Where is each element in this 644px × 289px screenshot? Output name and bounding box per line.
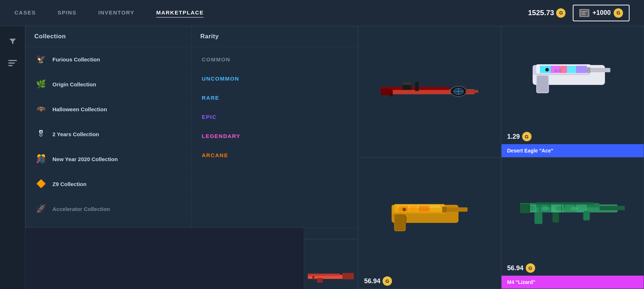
- item-card-sniper[interactable]: [358, 26, 501, 158]
- z9-icon: 🔶: [34, 177, 47, 190]
- collection-item-newyear[interactable]: 🎊 New Year 2020 Collection: [26, 147, 191, 172]
- bonus-gold-icon: G: [614, 8, 623, 18]
- svg-rect-3: [581, 14, 586, 15]
- svg-rect-78: [553, 212, 559, 223]
- svg-marker-4: [9, 39, 16, 44]
- nav-links: CASES SPINS INVENTORY MARKETPLACE: [14, 8, 528, 18]
- bonus-icon: [579, 9, 589, 17]
- origin-icon: 🌿: [34, 78, 47, 91]
- collection-item-origin[interactable]: 🌿 Origin Collection: [26, 72, 191, 97]
- item-card-gold-pistol[interactable]: 56.94 G: [358, 158, 501, 289]
- furious-icon: 🦅: [34, 53, 47, 66]
- svg-point-62: [402, 208, 406, 211]
- svg-rect-58: [419, 206, 430, 211]
- svg-rect-21: [308, 275, 349, 279]
- item-goldpistol-currency: G: [383, 276, 392, 286]
- collection-item-halloween[interactable]: 🦇 Halloween Collection: [26, 97, 191, 122]
- dropdown-header: Collection Rarity: [26, 26, 358, 47]
- svg-point-49: [545, 68, 549, 72]
- bonus-label: +1000: [592, 9, 611, 17]
- collection-list: 🦅 Furious Collection 🌿 Origin Collection…: [26, 47, 192, 228]
- filter-icon[interactable]: [8, 37, 17, 46]
- svg-rect-48: [537, 76, 548, 92]
- svg-rect-76: [600, 206, 625, 210]
- accelerator-icon: 🚀: [34, 202, 47, 215]
- z9-label: Z9 Collection: [52, 181, 86, 187]
- rarity-common[interactable]: COMMON: [192, 50, 358, 69]
- item-goldpistol-bottom: 56.94 G: [358, 273, 501, 289]
- origin-label: Origin Collection: [52, 81, 96, 87]
- svg-point-74: [571, 206, 578, 211]
- svg-rect-75: [520, 204, 530, 213]
- svg-rect-79: [583, 211, 590, 220]
- balance-display: 1525.73 G: [528, 8, 566, 18]
- svg-rect-25: [312, 276, 314, 280]
- dino-partial-icon: [306, 263, 356, 289]
- main-content: Collection Rarity 🦅 Furious Collection 🌿…: [0, 26, 644, 289]
- dropdown-body: 🦅 Furious Collection 🌿 Origin Collection…: [26, 47, 358, 228]
- svg-rect-35: [466, 90, 478, 93]
- nav-spins[interactable]: SPINS: [57, 8, 77, 18]
- svg-rect-45: [576, 66, 587, 73]
- rarity-rare[interactable]: RARE: [192, 88, 358, 107]
- nav-marketplace[interactable]: MARKETPLACE: [156, 8, 204, 18]
- nav-cases[interactable]: CASES: [14, 8, 36, 18]
- item-goldpistol-price: 56.94 G: [358, 273, 501, 289]
- svg-point-72: [542, 206, 549, 211]
- svg-rect-77: [534, 212, 542, 224]
- svg-rect-57: [410, 206, 417, 211]
- gold-pistol-icon: [386, 196, 473, 236]
- collection-item-2years[interactable]: 🎖 2 Years Collection: [26, 122, 191, 147]
- collection-header: Collection: [26, 26, 192, 47]
- item-deagle-bottom: 1.29 G Desert Eagle "Ace": [502, 129, 644, 157]
- svg-rect-6: [8, 62, 15, 64]
- svg-rect-7: [8, 65, 13, 66]
- svg-rect-61: [395, 215, 405, 230]
- svg-rect-5: [8, 60, 17, 61]
- svg-rect-50: [587, 67, 590, 73]
- bonus-button[interactable]: +1000 G: [573, 5, 630, 21]
- svg-rect-63: [442, 207, 447, 212]
- nav-right: 1525.73 G +1000 G: [528, 5, 630, 21]
- svg-rect-59: [446, 207, 468, 212]
- svg-point-73: [555, 206, 564, 211]
- rarity-legendary[interactable]: LEGENDARY: [192, 126, 358, 146]
- furious-label: Furious Collection: [52, 56, 100, 62]
- item-card-m4[interactable]: 56.94 G M4 "Lizard": [501, 158, 644, 289]
- 2years-icon: 🎖: [34, 128, 47, 141]
- top-navigation: CASES SPINS INVENTORY MARKETPLACE 1525.7…: [0, 0, 644, 26]
- halloween-icon: 🦇: [34, 103, 47, 116]
- newyear-label: New Year 2020 Collection: [52, 156, 118, 162]
- svg-rect-1: [581, 11, 587, 12]
- svg-text:ACE: ACE: [554, 69, 562, 73]
- svg-rect-24: [317, 278, 323, 283]
- item-deagle-currency: G: [522, 132, 532, 141]
- sort-icon[interactable]: [8, 60, 17, 66]
- rarity-uncommon[interactable]: UNCOMMON: [192, 69, 358, 88]
- item-card-deagle[interactable]: ACE 1.29 G Desert Eagle "Ace": [501, 26, 644, 158]
- svg-rect-36: [415, 82, 419, 91]
- svg-rect-29: [402, 82, 411, 85]
- svg-rect-23: [342, 273, 354, 280]
- nav-inventory[interactable]: INVENTORY: [98, 8, 135, 18]
- balance-amount: 1525.73: [528, 9, 554, 17]
- m4-lizard-icon: [518, 193, 627, 225]
- svg-rect-2: [581, 13, 585, 13]
- rarity-arcane[interactable]: ARCANE: [192, 146, 358, 165]
- newyear-icon: 🎊: [34, 152, 47, 165]
- collection-item-furious[interactable]: 🦅 Furious Collection: [26, 47, 191, 72]
- accelerator-label: Accelerator Collection: [52, 206, 110, 212]
- item-deagle-name: Desert Eagle "Ace": [502, 144, 644, 157]
- rarity-list: COMMON UNCOMMON RARE EPIC LEGENDARY ARCA…: [192, 47, 358, 228]
- rarity-header: Rarity: [192, 26, 358, 47]
- svg-rect-22: [308, 273, 340, 276]
- collection-item-z9[interactable]: 🔶 Z9 Collection: [26, 172, 191, 197]
- 2years-label: 2 Years Collection: [52, 131, 99, 137]
- rarity-epic[interactable]: EPIC: [192, 107, 358, 126]
- item-m4-currency: G: [526, 263, 535, 273]
- collection-item-accelerator[interactable]: 🚀 Accelerator Collection: [26, 197, 191, 221]
- deagle-ace-icon: ACE: [525, 54, 619, 101]
- sidebar: [0, 26, 25, 289]
- gold-icon: G: [556, 8, 566, 18]
- item-m4-bottom: 56.94 G M4 "Lizard": [502, 260, 644, 289]
